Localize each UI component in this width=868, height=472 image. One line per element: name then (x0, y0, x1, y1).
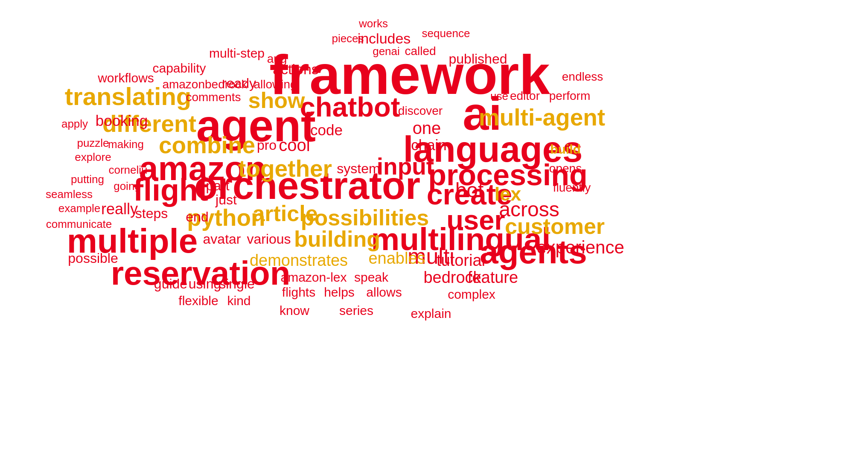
word-item: really (101, 200, 138, 218)
word-item: end (186, 209, 208, 225)
word-item: series (339, 303, 373, 318)
word-item: works (359, 17, 388, 30)
word-item: user (446, 204, 505, 236)
word-item: amazon-lex (280, 270, 347, 285)
word-item: just (216, 192, 237, 208)
word-item: enables (368, 249, 425, 268)
word-item: endless (562, 70, 603, 84)
word-item: allowing (253, 78, 297, 91)
word-item: build (550, 142, 581, 157)
word-item: called (405, 44, 436, 58)
word-item: opens (549, 162, 582, 175)
word-item: flight (133, 172, 208, 207)
word-item: steps (135, 206, 168, 221)
word-item: sequence (422, 27, 470, 40)
word-item: experience (536, 237, 624, 258)
word-item: going (114, 180, 141, 193)
word-item: various (247, 231, 291, 247)
word-item: part (206, 178, 229, 194)
word-item: ready (222, 76, 256, 91)
word-item: show (248, 87, 305, 113)
word-item: speak (354, 270, 388, 285)
word-item: editor (510, 89, 540, 103)
word-item: kind (227, 294, 250, 308)
word-item: bot (455, 178, 484, 202)
word-item: apply (61, 117, 88, 131)
word-item: code (310, 122, 343, 139)
word-item: building (294, 226, 380, 252)
word-item: feature (468, 268, 518, 287)
word-item: putting (71, 173, 104, 186)
word-item: explore (75, 151, 111, 164)
word-item: communicate (46, 218, 112, 231)
word-item: complex (448, 287, 495, 302)
word-item: avatar (203, 231, 241, 247)
word-item: workflows (98, 71, 154, 85)
word-item: perform (549, 89, 590, 103)
word-item: lex (495, 183, 521, 205)
word-item: using (189, 276, 221, 292)
word-item: cool (279, 136, 310, 155)
word-item: guide (154, 276, 187, 292)
word-item: explain (411, 306, 451, 321)
word-item: one (413, 119, 441, 138)
word-item: pro (257, 137, 277, 153)
word-item: chatbot (300, 91, 400, 123)
word-item: input (377, 153, 434, 180)
word-item: demonstrates (250, 251, 348, 270)
word-item: comments (186, 90, 241, 104)
word-item: corneliu (108, 163, 147, 177)
word-item: capability (152, 61, 206, 76)
word-item: single (219, 276, 255, 292)
word-item: published (449, 51, 507, 67)
word-item: chain (411, 137, 447, 154)
word-item: making (108, 138, 144, 151)
word-item: discover (398, 104, 443, 118)
word-item: aug (267, 52, 287, 66)
word-item: together (238, 155, 332, 182)
word-item: multi-step (209, 46, 265, 61)
word-item: possible (68, 251, 118, 266)
word-item: helps (324, 285, 355, 300)
word-item: booking (96, 112, 148, 129)
word-item: system (337, 161, 380, 177)
word-item: tutorial (437, 251, 485, 270)
word-item: flights (282, 285, 315, 300)
word-cloud: frameworkaiagentlanguagesorchestratorama… (0, 0, 868, 472)
word-item: know (280, 303, 309, 318)
word-item: puzzle (77, 137, 109, 150)
word-item: seamless (46, 188, 93, 201)
word-item: genai (373, 45, 400, 58)
word-item: multi-agent (479, 104, 605, 131)
word-item: allows (366, 285, 402, 300)
word-item: example (58, 202, 100, 215)
word-item: fluently (553, 181, 591, 195)
word-item: flexible (178, 294, 218, 308)
word-item: use (490, 90, 508, 103)
